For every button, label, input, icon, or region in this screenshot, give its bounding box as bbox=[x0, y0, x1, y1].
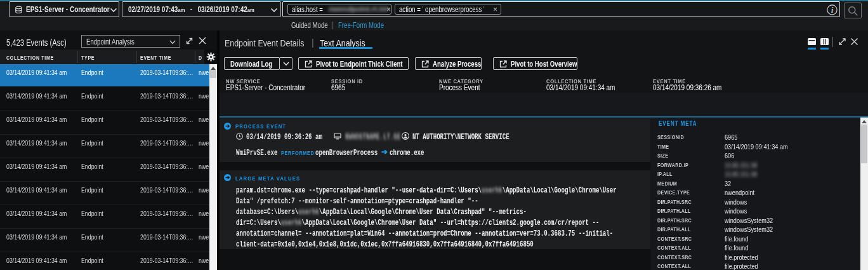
svg-text:i: i bbox=[831, 6, 834, 14]
